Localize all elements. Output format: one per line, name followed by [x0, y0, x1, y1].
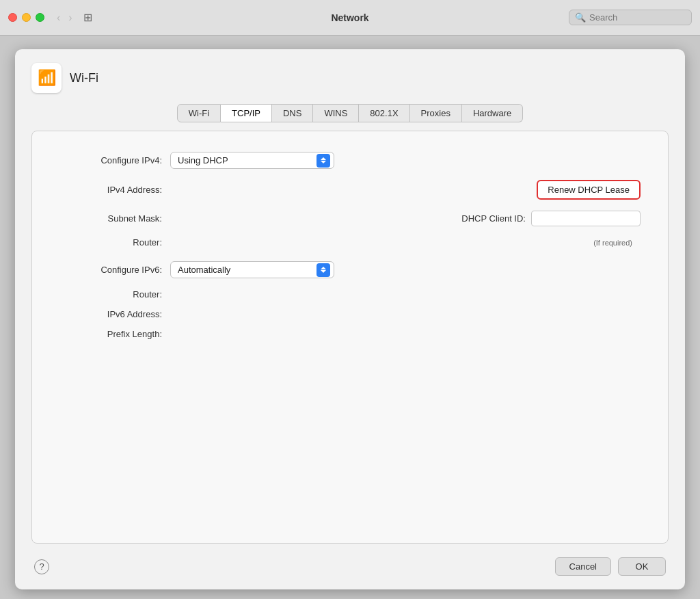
tab-wifi[interactable]: Wi-Fi — [177, 104, 221, 122]
window-panel: 📶 Wi-Fi Wi-Fi TCP/IP DNS WINS 802.1X Pro… — [15, 49, 685, 589]
ok-button[interactable]: OK — [618, 557, 666, 576]
content-panel: Configure IPv4: Using DHCP Using DHCP wi… — [31, 131, 669, 544]
help-button[interactable]: ? — [34, 559, 49, 574]
tab-proxies[interactable]: Proxies — [410, 104, 462, 122]
titlebar: ‹ › ⊞ Network 🔍 — [0, 0, 700, 36]
dhcp-client-id-input[interactable] — [531, 211, 641, 226]
configure-ipv4-row: Configure IPv4: Using DHCP Using DHCP wi… — [59, 152, 641, 169]
traffic-lights — [8, 13, 44, 22]
ipv6-address-label: IPv6 Address: — [59, 309, 162, 319]
search-box[interactable]: 🔍 — [569, 10, 692, 25]
if-required-note: (If required) — [593, 239, 641, 247]
titlebar-title: Network — [331, 12, 368, 23]
configure-ipv4-label: Configure IPv4: — [59, 155, 162, 165]
renew-dhcp-button[interactable]: Renew DHCP Lease — [537, 180, 641, 200]
router-label: Router: — [59, 237, 162, 248]
minimize-button[interactable] — [22, 13, 31, 22]
cancel-button[interactable]: Cancel — [555, 557, 611, 576]
router6-row: Router: — [59, 289, 641, 300]
subnet-mask-label: Subnet Mask: — [59, 213, 162, 224]
prefix-length-label: Prefix Length: — [59, 329, 162, 339]
wifi-icon-container: 📶 — [31, 63, 62, 93]
ipv6-address-row: IPv6 Address: — [59, 309, 641, 319]
configure-ipv6-row: Configure IPv6: Automatically Manually O… — [59, 261, 641, 278]
back-button[interactable]: ‹ — [54, 11, 63, 25]
search-input[interactable] — [589, 12, 685, 23]
tab-hardware[interactable]: Hardware — [462, 104, 523, 122]
configure-ipv6-select[interactable]: Automatically Manually Off Link-local on… — [170, 261, 334, 278]
dhcp-client-id-label: DHCP Client ID: — [461, 213, 526, 224]
main-content: 📶 Wi-Fi Wi-Fi TCP/IP DNS WINS 802.1X Pro… — [0, 36, 700, 599]
tab-8021x[interactable]: 802.1X — [359, 104, 409, 122]
action-buttons: Cancel OK — [555, 557, 666, 576]
prefix-length-row: Prefix Length: — [59, 329, 641, 339]
configure-ipv4-select-wrapper: Using DHCP Using DHCP with manual addres… — [170, 152, 334, 169]
router6-label: Router: — [59, 289, 162, 300]
search-icon: 🔍 — [575, 12, 586, 23]
configure-ipv6-select-wrapper: Automatically Manually Off Link-local on… — [170, 261, 334, 278]
wifi-header: 📶 Wi-Fi — [31, 63, 669, 93]
dhcp-client-id-section: DHCP Client ID: — [461, 211, 641, 226]
configure-ipv4-select[interactable]: Using DHCP Using DHCP with manual addres… — [170, 152, 334, 169]
subnet-mask-row: Subnet Mask: DHCP Client ID: — [59, 211, 641, 226]
configure-ipv6-label: Configure IPv6: — [59, 265, 162, 275]
tab-bar: Wi-Fi TCP/IP DNS WINS 802.1X Proxies Har… — [31, 104, 669, 122]
maximize-button[interactable] — [36, 13, 44, 22]
forward-button[interactable]: › — [66, 11, 75, 25]
tab-tcpip[interactable]: TCP/IP — [221, 104, 272, 122]
wifi-icon: 📶 — [38, 69, 56, 87]
ipv4-address-row: IPv4 Address: Renew DHCP Lease — [59, 180, 641, 200]
ipv6-section: Configure IPv6: Automatically Manually O… — [59, 261, 641, 339]
tab-dns[interactable]: DNS — [272, 104, 313, 122]
tab-wins[interactable]: WINS — [313, 104, 359, 122]
grid-icon: ⊞ — [83, 11, 92, 24]
ipv4-address-label: IPv4 Address: — [59, 185, 162, 195]
bottom-bar: ? Cancel OK — [31, 557, 669, 576]
wifi-label: Wi-Fi — [70, 71, 98, 85]
nav-buttons: ‹ › — [54, 11, 75, 25]
close-button[interactable] — [8, 13, 17, 22]
if-required-row: Router: (If required) — [59, 237, 641, 248]
